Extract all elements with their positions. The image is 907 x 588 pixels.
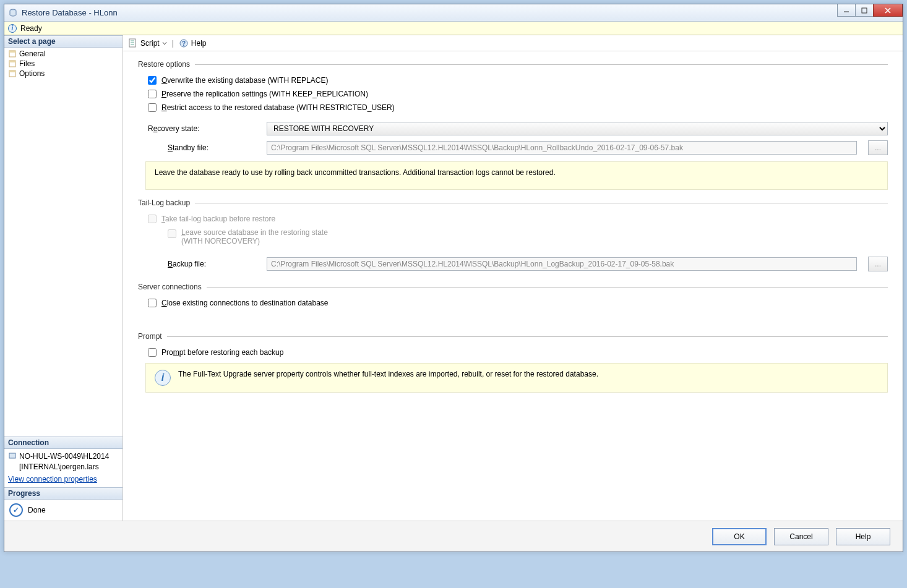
recovery-info-text: Leave the database ready to use by rolli… (155, 168, 556, 177)
restore-database-dialog: Restore Database - HLonn i Ready Select … (4, 4, 903, 552)
status-text: Ready (20, 24, 42, 33)
script-button[interactable]: Script (128, 38, 167, 48)
svg-rect-11 (9, 453, 15, 458)
titlebar: Restore Database - HLonn (4, 4, 903, 22)
close-connections-label[interactable]: Close existing connections to destinatio… (161, 299, 329, 307)
overwrite-checkbox[interactable] (148, 76, 157, 85)
status-bar: i Ready (4, 22, 903, 35)
right-panel: Script | ? Help Restore options (123, 35, 903, 521)
connection-header: Connection (4, 437, 123, 449)
backup-file-browse-button: ... (868, 257, 888, 271)
standby-label: Standby file: (168, 143, 259, 152)
window-title: Restore Database - HLonn (22, 8, 118, 17)
restore-options-group: Restore options Overwrite the existing d… (138, 60, 888, 190)
backup-file-input (267, 257, 857, 271)
page-general[interactable]: General (6, 49, 121, 59)
group-title: Server connections (138, 283, 202, 291)
left-panel: Select a page General Files (4, 35, 123, 521)
maximize-button[interactable] (855, 4, 874, 17)
page-label: Options (19, 69, 45, 78)
tail-log-group: Tail-Log backup Take tail-log backup bef… (138, 198, 888, 274)
fulltext-info-text: The Full-Text Upgrade server property co… (178, 370, 598, 378)
server-connections-group: Server connections Close existing connec… (138, 283, 888, 310)
help-button-bottom[interactable]: Help (836, 528, 890, 545)
svg-rect-2 (862, 8, 867, 13)
info-icon: i (8, 24, 17, 33)
leave-restoring-label: Leave source database in the restoring s… (181, 228, 328, 245)
recovery-state-select[interactable]: RESTORE WITH RECOVERY (267, 122, 888, 135)
progress-status: Done (28, 506, 46, 514)
ok-button[interactable]: OK (712, 528, 767, 545)
toolbar: Script | ? Help (123, 35, 903, 51)
close-button[interactable] (873, 4, 903, 17)
svg-text:?: ? (182, 40, 186, 47)
page-files[interactable]: Files (6, 59, 121, 69)
done-check-icon: ✓ (9, 503, 23, 517)
progress-header: Progress (4, 487, 123, 500)
script-label: Script (140, 39, 160, 48)
minimize-button[interactable] (837, 4, 856, 17)
group-title: Tail-Log backup (138, 198, 190, 207)
svg-rect-6 (9, 51, 15, 53)
fulltext-info-box: i The Full-Text Upgrade server property … (145, 363, 888, 393)
page-icon (8, 69, 17, 78)
page-label: General (19, 49, 46, 58)
take-taillog-label: Take tail-log backup before restore (161, 215, 275, 223)
app-icon (8, 8, 18, 18)
leave-restoring-checkbox (168, 229, 176, 238)
connection-login: [INTERNAL\joergen.lars (8, 462, 119, 472)
info-icon: i (155, 370, 171, 386)
prompt-before-restore-label[interactable]: Prompt before restoring each backup (161, 348, 283, 357)
restrict-checkbox[interactable] (148, 103, 157, 112)
prompt-group: Prompt Prompt before restoring each back… (138, 332, 888, 393)
prompt-before-restore-checkbox[interactable] (148, 348, 157, 357)
backup-file-label: Backup file: (168, 260, 259, 268)
help-label: Help (191, 39, 207, 48)
connection-server: NO-HUL-WS-0049\HL2014 (19, 451, 109, 462)
chevron-down-icon (162, 41, 167, 46)
recovery-info-box: Leave the database ready to use by rolli… (145, 161, 888, 190)
cancel-button[interactable]: Cancel (774, 528, 828, 545)
preserve-label[interactable]: Preserve the replication settings (WITH … (161, 90, 368, 98)
help-button[interactable]: ? Help (179, 38, 207, 48)
server-icon (8, 451, 17, 462)
overwrite-label[interactable]: Overwrite the existing database (WITH RE… (161, 76, 328, 85)
svg-rect-8 (9, 61, 15, 62)
group-title: Restore options (138, 60, 190, 69)
preserve-checkbox[interactable] (148, 90, 157, 98)
page-icon (8, 49, 17, 58)
take-taillog-checkbox (148, 215, 157, 223)
standby-browse-button: ... (868, 140, 888, 155)
script-icon (128, 38, 138, 48)
page-icon (8, 59, 17, 68)
toolbar-separator: | (172, 39, 174, 48)
view-connection-properties-link[interactable]: View connection properties (4, 475, 123, 484)
help-icon: ? (179, 38, 189, 48)
group-title: Prompt (138, 332, 162, 341)
restrict-label[interactable]: Restrict access to the restored database… (161, 103, 395, 112)
close-connections-checkbox[interactable] (148, 299, 157, 307)
button-bar: OK Cancel Help (4, 521, 903, 552)
recovery-state-label: Recovery state: (148, 124, 259, 133)
page-options[interactable]: Options (6, 69, 121, 79)
page-label: Files (19, 59, 35, 68)
svg-rect-10 (9, 70, 15, 72)
connection-details: NO-HUL-WS-0049\HL2014 [INTERNAL\joergen.… (4, 449, 123, 475)
select-page-header: Select a page (4, 35, 123, 48)
standby-file-input (267, 141, 857, 155)
